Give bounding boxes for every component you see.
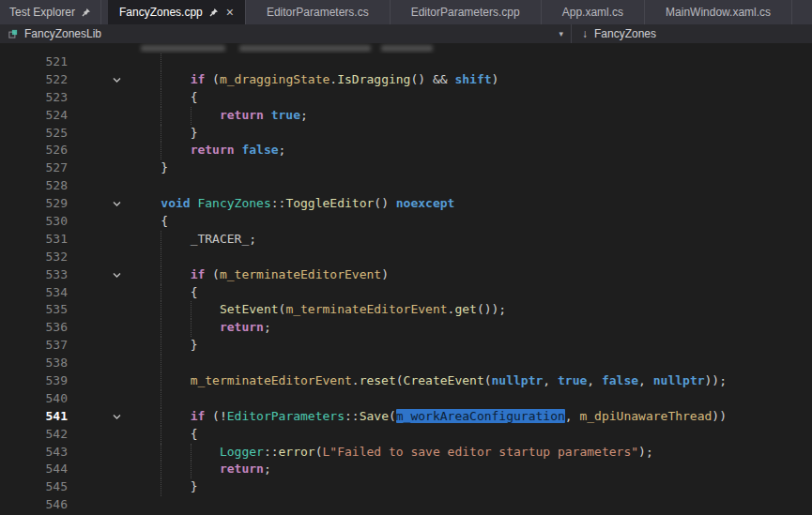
- code-line[interactable]: 541 if (!EditorParameters::Save(m_workAr…: [0, 408, 812, 426]
- line-number[interactable]: 533: [0, 266, 71, 284]
- fold-chevron-icon[interactable]: [71, 408, 131, 426]
- line-number[interactable]: 546: [0, 496, 71, 514]
- line-number[interactable]: 539: [0, 372, 71, 390]
- code-line[interactable]: 528: [0, 177, 812, 195]
- tab-editorparameters-cs[interactable]: EditorParameters.cs: [246, 0, 391, 24]
- code-line[interactable]: 546: [0, 496, 812, 514]
- code-text[interactable]: if (!EditorParameters::Save(m_workAreaCo…: [131, 408, 812, 426]
- fold-chevron-icon[interactable]: [71, 71, 131, 89]
- tab-editorparameters-cpp[interactable]: EditorParameters.cpp: [391, 0, 542, 24]
- code-line[interactable]: 538: [0, 355, 812, 372]
- code-text[interactable]: [131, 177, 812, 195]
- line-number[interactable]: 525: [0, 125, 71, 143]
- code-line[interactable]: 525 }: [0, 125, 812, 143]
- line-number[interactable]: 537: [0, 337, 71, 355]
- line-number[interactable]: 541: [0, 408, 71, 426]
- code-text[interactable]: {: [131, 213, 812, 231]
- code-line[interactable]: 544 return;: [0, 461, 812, 478]
- code-line[interactable]: 529 void FancyZones::ToggleEditor() noex…: [0, 195, 812, 213]
- tab-test-explorer[interactable]: Test Explorer: [0, 0, 101, 24]
- code-text[interactable]: [131, 390, 812, 408]
- code-text[interactable]: if (m_draggingState.IsDragging() && shif…: [131, 71, 812, 89]
- code-text[interactable]: [131, 249, 812, 266]
- code-line[interactable]: 537 }: [0, 337, 812, 355]
- code-line[interactable]: 539 m_terminateEditorEvent.reset(CreateE…: [0, 372, 812, 390]
- project-dropdown-label: FancyZonesLib: [24, 27, 101, 40]
- line-number[interactable]: 523: [0, 89, 71, 107]
- code-text[interactable]: Logger::error(L"Failed to save editor st…: [131, 444, 812, 462]
- line-number[interactable]: 524: [0, 107, 71, 125]
- tab-label: Test Explorer: [9, 6, 75, 19]
- code-text[interactable]: if (m_terminateEditorEvent): [131, 266, 812, 284]
- line-number[interactable]: 531: [0, 231, 71, 249]
- code-area[interactable]: 521522 if (m_draggingState.IsDragging() …: [0, 43, 812, 515]
- line-number[interactable]: 543: [0, 444, 71, 462]
- line-number[interactable]: 542: [0, 426, 71, 444]
- code-line[interactable]: 524 return true;: [0, 107, 812, 125]
- project-dropdown[interactable]: FancyZonesLib ▾: [0, 24, 571, 43]
- line-number[interactable]: 534: [0, 284, 71, 302]
- code-line[interactable]: 540: [0, 390, 812, 408]
- code-text[interactable]: [131, 496, 812, 514]
- line-number[interactable]: 521: [0, 53, 71, 71]
- code-line[interactable]: 535 SetEvent(m_terminateEditorEvent.get(…: [0, 301, 812, 319]
- pin-icon[interactable]: [208, 8, 219, 18]
- code-text[interactable]: return;: [131, 319, 812, 337]
- code-line[interactable]: 522 if (m_draggingState.IsDragging() && …: [0, 71, 812, 89]
- fold-chevron-icon[interactable]: [71, 195, 131, 213]
- tab-app-xaml-cs[interactable]: App.xaml.cs: [542, 0, 645, 24]
- code-text[interactable]: }: [131, 125, 812, 143]
- line-number[interactable]: 540: [0, 390, 71, 408]
- code-line[interactable]: 534 {: [0, 284, 812, 302]
- indent-guide: [161, 426, 161, 444]
- fold-margin: [71, 426, 131, 444]
- code-text[interactable]: _TRACER_;: [131, 231, 812, 249]
- code-line[interactable]: 531 _TRACER_;: [0, 231, 812, 249]
- code-text[interactable]: m_terminateEditorEvent.reset(CreateEvent…: [131, 372, 812, 390]
- code-line[interactable]: 527 }: [0, 159, 812, 177]
- line-number[interactable]: 536: [0, 319, 71, 337]
- code-line[interactable]: 533 if (m_terminateEditorEvent): [0, 266, 812, 284]
- code-line[interactable]: 521: [0, 53, 812, 71]
- line-number[interactable]: 522: [0, 71, 71, 89]
- code-text[interactable]: [131, 53, 812, 71]
- tab-fancyzones-cpp[interactable]: FancyZones.cpp ×: [108, 0, 246, 24]
- code-line[interactable]: 536 return;: [0, 319, 812, 337]
- code-text[interactable]: {: [131, 284, 812, 302]
- code-text[interactable]: [131, 355, 812, 372]
- code-line[interactable]: 530 {: [0, 213, 812, 231]
- code-text[interactable]: return;: [131, 461, 812, 478]
- line-number[interactable]: 526: [0, 142, 71, 159]
- code-text[interactable]: {: [131, 89, 812, 107]
- line-number[interactable]: 532: [0, 249, 71, 266]
- line-number[interactable]: 538: [0, 355, 71, 372]
- code-text[interactable]: }: [131, 159, 812, 177]
- close-icon[interactable]: ×: [226, 6, 234, 19]
- line-number[interactable]: 545: [0, 478, 71, 496]
- type-dropdown[interactable]: ↓ FancyZones: [572, 24, 812, 43]
- code-text[interactable]: SetEvent(m_terminateEditorEvent.get());: [131, 301, 812, 319]
- line-number[interactable]: 527: [0, 159, 71, 177]
- code-line[interactable]: 526 return false;: [0, 142, 812, 159]
- code-line[interactable]: 543 Logger::error(L"Failed to save edito…: [0, 444, 812, 462]
- line-number[interactable]: 544: [0, 461, 71, 478]
- fold-chevron-icon[interactable]: [71, 266, 131, 284]
- code-text[interactable]: }: [131, 478, 812, 496]
- pin-icon[interactable]: [81, 8, 91, 18]
- code-line[interactable]: 542 {: [0, 426, 812, 444]
- code-text[interactable]: return true;: [131, 107, 812, 125]
- line-number[interactable]: 529: [0, 195, 71, 213]
- line-number[interactable]: 528: [0, 177, 71, 195]
- code-text[interactable]: {: [131, 426, 812, 444]
- clipped-code-line: [0, 43, 812, 53]
- code-text[interactable]: }: [131, 337, 812, 355]
- code-line[interactable]: 532: [0, 249, 812, 266]
- tab-mainwindow-xaml-cs[interactable]: MainWindow.xaml.cs: [645, 0, 792, 24]
- fold-margin: [71, 301, 131, 319]
- code-line[interactable]: 523 {: [0, 89, 812, 107]
- code-line[interactable]: 545 }: [0, 478, 812, 496]
- line-number[interactable]: 530: [0, 213, 71, 231]
- line-number[interactable]: 535: [0, 301, 71, 319]
- code-text[interactable]: void FancyZones::ToggleEditor() noexcept: [131, 195, 812, 213]
- code-text[interactable]: return false;: [131, 142, 812, 159]
